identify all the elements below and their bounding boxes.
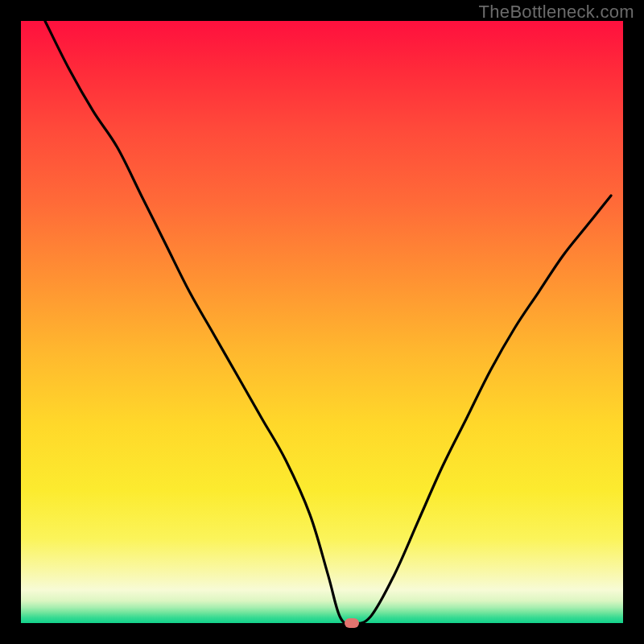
plot-area	[21, 21, 623, 623]
chart-frame: TheBottleneck.com	[0, 0, 644, 644]
watermark-text: TheBottleneck.com	[479, 2, 634, 23]
minimum-marker	[345, 618, 359, 628]
bottleneck-curve	[21, 21, 623, 623]
